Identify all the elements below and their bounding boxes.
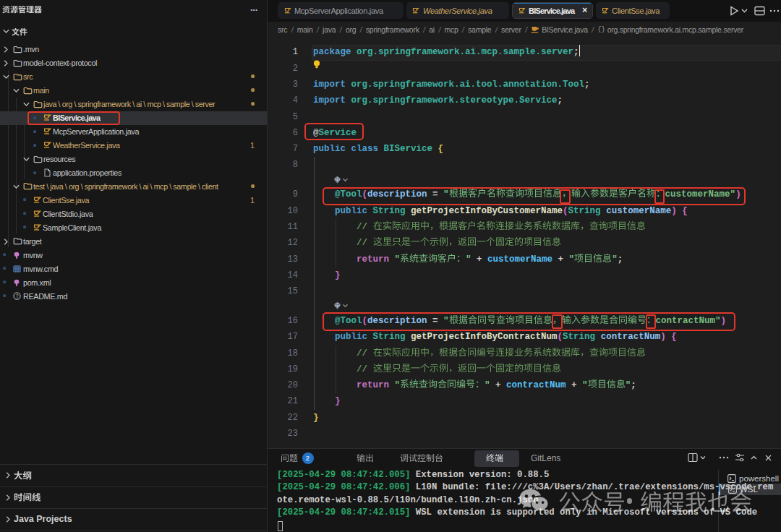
svg-text:?: ? (15, 293, 18, 299)
